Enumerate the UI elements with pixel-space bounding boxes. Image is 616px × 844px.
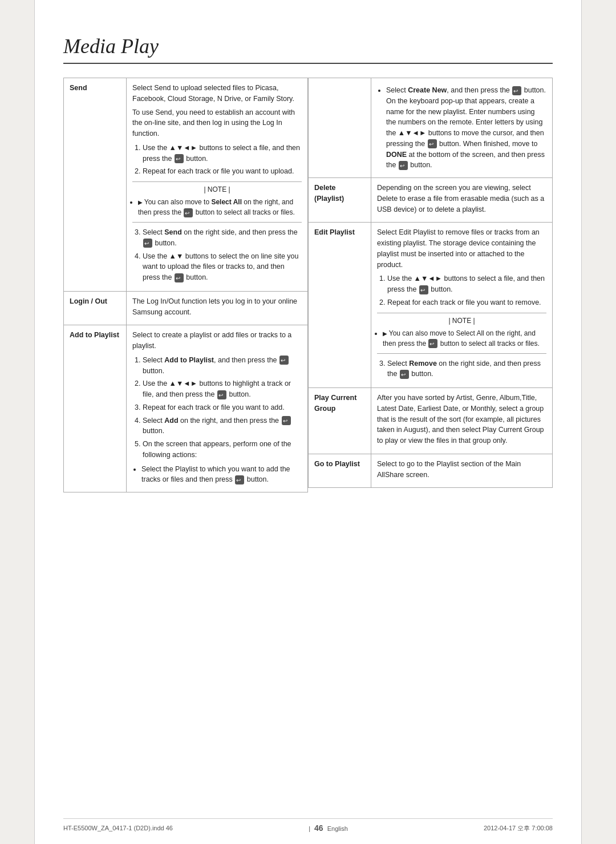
add-playlist-steps: Select Add to Playlist, and then press t… xyxy=(132,355,302,461)
play-current-group-content: After you have sorted by Artist, Genre, … xyxy=(371,388,553,454)
send-label: Send xyxy=(64,78,127,292)
send-para1: Select Send to upload selected files to … xyxy=(132,83,302,104)
page-num-pipe: | xyxy=(309,825,310,832)
list-item: Use the ▲▼◄► buttons to highlight a trac… xyxy=(143,378,302,400)
table-row: Edit Playlist Select Edit Playlist to re… xyxy=(309,223,553,388)
delete-playlist-label: Delete (Playlist) xyxy=(309,178,371,223)
left-table: Send Select Send to upload selected file… xyxy=(63,78,308,492)
list-item: Select Create New, and then press the bu… xyxy=(386,85,546,171)
note-block: | NOTE | You can also move to Select All… xyxy=(377,313,546,354)
enter-icon xyxy=(419,285,428,294)
list-item: You can also move to Select All on the r… xyxy=(138,197,302,217)
table-row: Go to Playlist Select to go to the Playl… xyxy=(309,454,553,488)
list-item: Use the ▲▼ buttons to select the on line… xyxy=(143,251,302,283)
login-para: The Log In/Out function lets you log in … xyxy=(132,296,302,318)
edit-playlist-content: Select Edit Playlist to remove files or … xyxy=(371,223,553,388)
main-content: Send Select Send to upload selected file… xyxy=(63,78,553,492)
enter-icon xyxy=(235,475,244,484)
list-item: Select Add on the right, and then press … xyxy=(143,415,302,437)
table-row: Send Select Send to upload selected file… xyxy=(64,78,308,292)
table-row: Add to Playlist Select to create a playl… xyxy=(64,325,308,492)
go-to-playlist-para: Select to go to the Playlist section of … xyxy=(377,459,546,480)
list-item: Repeat for each track or file you want t… xyxy=(143,166,302,177)
enter-icon xyxy=(428,339,437,348)
enter-icon xyxy=(282,416,291,425)
edit-playlist-steps2: Select Remove on the right side, and the… xyxy=(377,358,546,380)
table-row: Play Current Group After you have sorted… xyxy=(309,388,553,454)
page-num-value: 46 xyxy=(314,823,323,833)
list-item: Select the Playlist to which you want to… xyxy=(141,464,302,486)
edit-playlist-label: Edit Playlist xyxy=(309,223,371,388)
list-item: Use the ▲▼◄► buttons to select a file, a… xyxy=(143,143,302,164)
table-row: Delete (Playlist) Depending on the scree… xyxy=(309,178,553,223)
delete-playlist-content: Depending on the screen you are viewing,… xyxy=(371,178,553,223)
send-steps2: Select Send on the right side, and then … xyxy=(132,227,302,283)
table-row: Select Create New, and then press the bu… xyxy=(309,78,553,178)
list-item: Select Send on the right side, and then … xyxy=(143,227,302,249)
footer-left: HT-E5500W_ZA_0417-1 (D2D).indd 46 xyxy=(63,825,173,831)
note-block: | NOTE | You can also move to Select All… xyxy=(132,181,302,223)
list-item: Select Remove on the right side, and the… xyxy=(387,358,546,380)
edit-playlist-para: Select Edit Playlist to remove files or … xyxy=(377,227,546,270)
list-item: On the screen that appears, perform one … xyxy=(143,439,302,461)
note-label: | NOTE | xyxy=(377,316,546,326)
enter-icon xyxy=(143,239,152,248)
go-to-playlist-content: Select to go to the Playlist section of … xyxy=(371,454,553,488)
list-item: Select Add to Playlist, and then press t… xyxy=(143,355,302,377)
enter-icon xyxy=(175,154,184,163)
enter-icon xyxy=(184,208,193,217)
right-table: Select Create New, and then press the bu… xyxy=(308,78,553,488)
list-item: Repeat for each track or file you want t… xyxy=(387,297,546,308)
note-label: | NOTE | xyxy=(132,184,302,195)
add-playlist-label: Add to Playlist xyxy=(64,325,127,492)
create-new-content: Select Create New, and then press the bu… xyxy=(371,78,553,178)
enter-icon xyxy=(175,273,184,282)
list-item: Repeat for each track or file you want t… xyxy=(143,402,302,413)
add-playlist-content: Select to create a playlist or add files… xyxy=(127,325,308,492)
enter-icon xyxy=(400,370,409,379)
create-new-bullets: Select Create New, and then press the bu… xyxy=(377,85,546,171)
footer: HT-E5500W_ZA_0417-1 (D2D).indd 46 | 46 E… xyxy=(63,818,553,833)
edit-playlist-steps: Use the ▲▼◄► buttons to select a file, a… xyxy=(377,273,546,308)
login-label: Login / Out xyxy=(64,291,127,325)
table-row: Login / Out The Log In/Out function lets… xyxy=(64,291,308,325)
footer-right: 2012-04-17 오후 7:00:08 xyxy=(484,824,553,833)
play-current-group-label: Play Current Group xyxy=(309,388,371,454)
page-number: | 46 English xyxy=(309,823,348,833)
empty-label xyxy=(309,78,371,178)
list-item: Use the ▲▼◄► buttons to select a file, a… xyxy=(387,273,546,295)
play-current-group-para: After you have sorted by Artist, Genre, … xyxy=(377,393,546,446)
send-steps1: Use the ▲▼◄► buttons to select a file, a… xyxy=(132,143,302,177)
send-content: Select Send to upload selected files to … xyxy=(127,78,308,292)
list-item: You can also move to Select All on the r… xyxy=(383,328,546,349)
add-playlist-para: Select to create a playlist or add files… xyxy=(132,330,302,352)
note-bullets: You can also move to Select All on the r… xyxy=(377,328,546,349)
send-para2: To use Send, you need to establish an ac… xyxy=(132,107,302,139)
page-title: Media Play xyxy=(63,34,553,64)
delete-playlist-para: Depending on the screen you are viewing,… xyxy=(377,183,546,215)
note-bullets: You can also move to Select All on the r… xyxy=(132,197,302,217)
login-content: The Log In/Out function lets you log in … xyxy=(127,291,308,325)
right-column: Select Create New, and then press the bu… xyxy=(308,78,553,492)
enter-icon xyxy=(428,139,437,148)
enter-icon xyxy=(399,161,408,170)
go-to-playlist-label: Go to Playlist xyxy=(309,454,371,488)
enter-icon xyxy=(512,86,521,95)
page-container: Media Play Send Select Send to upload se… xyxy=(34,0,582,844)
enter-icon xyxy=(279,356,289,365)
add-playlist-bullets: Select the Playlist to which you want to… xyxy=(132,464,302,486)
enter-icon xyxy=(217,390,226,399)
language-label: English xyxy=(327,825,348,832)
left-column: Send Select Send to upload selected file… xyxy=(63,78,308,492)
